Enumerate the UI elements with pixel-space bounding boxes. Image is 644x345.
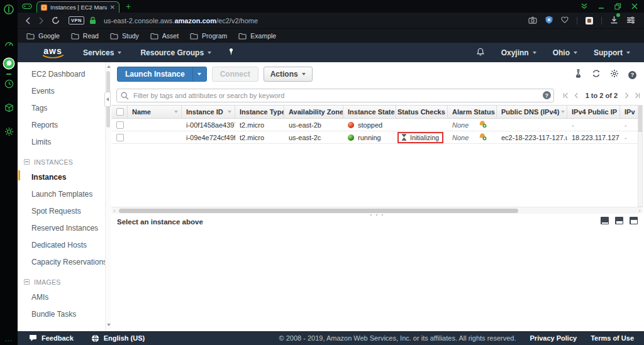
back-icon[interactable] <box>25 17 31 25</box>
layout-split-icon[interactable] <box>615 217 623 224</box>
next-page-icon[interactable] <box>625 90 629 101</box>
sidebar-item-spot-requests[interactable]: Spot Requests <box>31 204 111 219</box>
layout-compact-icon[interactable] <box>601 217 609 224</box>
connect-button[interactable]: Connect <box>212 67 258 82</box>
prev-page-icon[interactable] <box>574 90 579 101</box>
clock-icon[interactable] <box>3 77 15 90</box>
sidebar-collapse-handle[interactable] <box>104 92 111 107</box>
new-tab-button[interactable]: + <box>126 2 131 11</box>
minimize-icon[interactable] <box>598 4 604 9</box>
language-selector[interactable]: English (US) <box>91 334 145 342</box>
gear-icon[interactable] <box>3 125 15 138</box>
help-icon[interactable]: ? <box>628 71 636 79</box>
sidebar-item-reports[interactable]: Reports <box>31 118 111 133</box>
filter-help-icon[interactable]: ? <box>543 91 551 99</box>
sidebar-section-images[interactable]: IMAGES <box>24 278 111 287</box>
sidebar-item-amis[interactable]: AMIs <box>31 290 111 305</box>
checkbox[interactable] <box>116 108 124 116</box>
nav-account-menu[interactable]: Oxyjinn <box>501 48 536 57</box>
terms-of-use-link[interactable]: Terms of Use <box>591 334 634 342</box>
sidebar-item-ec2-dashboard[interactable]: EC2 Dashboard <box>31 67 111 82</box>
create-alarm-bell-icon[interactable] <box>479 133 487 142</box>
privacy-policy-link[interactable]: Privacy Policy <box>530 334 577 342</box>
maximize-icon[interactable] <box>614 3 621 10</box>
sidebar-item-bundle-tasks[interactable]: Bundle Tasks <box>31 307 111 322</box>
table-row-instance-1[interactable]: i-00f1458ae439763f6 t2.micro us-east-2b … <box>111 119 638 131</box>
nav-region-menu[interactable]: Ohio <box>553 48 577 57</box>
column-header-instance-id[interactable]: Instance ID <box>182 106 235 118</box>
forward-icon[interactable] <box>38 17 44 25</box>
column-header-name[interactable]: Name <box>128 106 182 118</box>
bookmark-google[interactable]: Google <box>26 32 60 40</box>
column-header-instance-state[interactable]: Instance State <box>343 106 396 118</box>
bookmark-asset[interactable]: Asset <box>150 32 179 40</box>
favorites-heart-icon[interactable] <box>561 16 569 25</box>
bookmark-program[interactable]: Program <box>190 32 227 40</box>
notifications-bell-icon[interactable] <box>476 47 485 58</box>
sidebar-item-capacity-reservations[interactable]: Capacity Reservations <box>31 255 111 270</box>
lock-icon[interactable] <box>89 16 96 25</box>
select-all-checkbox[interactable] <box>111 106 128 118</box>
sidebar-item-dedicated-hosts[interactable]: Dedicated Hosts <box>31 238 111 253</box>
bookmark-read[interactable]: Read <box>71 32 99 40</box>
create-alarm-bell-icon[interactable] <box>479 120 487 129</box>
menu-chevrons-icon[interactable] <box>580 3 588 9</box>
scroll-up-icon[interactable] <box>107 65 111 68</box>
sidebar-section-instances[interactable]: INSTANCES <box>24 158 111 167</box>
lab-flask-icon[interactable] <box>574 69 582 80</box>
column-header-instance-type[interactable]: Instance Type <box>235 106 284 118</box>
whatsapp-icon[interactable] <box>3 57 15 70</box>
layout-expanded-icon[interactable] <box>630 217 638 224</box>
power-logo-icon[interactable] <box>3 3 15 16</box>
refresh-icon[interactable] <box>592 69 601 80</box>
nav-resource-groups[interactable]: Resource Groups <box>140 48 211 57</box>
row-checkbox[interactable] <box>116 134 124 141</box>
bookmark-study[interactable]: Study <box>110 32 139 40</box>
scrollbar-thumb[interactable] <box>638 106 642 132</box>
vpn-badge[interactable]: VPN <box>69 16 84 25</box>
gamepad-icon[interactable] <box>18 3 36 10</box>
dock-more-button[interactable]: ... <box>0 336 18 342</box>
column-header-availability-zone[interactable]: Availability Zone <box>284 106 343 118</box>
pin-icon[interactable] <box>228 48 235 58</box>
sidebar-item-events[interactable]: Events <box>31 84 111 99</box>
address-url[interactable]: us-east-2.console.aws.amazon.com/ec2/v2/… <box>104 17 258 25</box>
speedometer-icon[interactable] <box>3 38 15 50</box>
column-header-ipv4-public-ip[interactable]: IPv4 Public IP <box>567 106 620 118</box>
cube-box-icon[interactable] <box>3 101 15 114</box>
first-page-icon[interactable] <box>563 90 569 101</box>
table-row-instance-2[interactable]: i-09e4e724cf49f9eb5 t2.micro us-east-2c … <box>111 131 638 144</box>
browser-tab-ec2[interactable]: Instances | EC2 Manageme ✕ <box>36 1 119 13</box>
bookmark-example[interactable]: Example <box>238 32 276 40</box>
nav-support-menu[interactable]: Support <box>594 48 630 57</box>
filter-search-input[interactable] <box>116 89 554 102</box>
pane-resize-handle[interactable]: • • • <box>111 213 644 217</box>
settings-tuner-icon[interactable] <box>626 15 635 26</box>
row-checkbox[interactable] <box>116 121 124 129</box>
settings-gear-icon[interactable] <box>610 69 619 80</box>
column-header-alarm-status[interactable]: Alarm Status <box>448 106 497 118</box>
column-header-ipv6[interactable]: IPv <box>620 106 638 118</box>
column-header-status-checks[interactable]: Status Checks <box>396 106 448 118</box>
launch-instance-button[interactable]: Launch Instance <box>117 67 207 82</box>
scrollbar-thumb[interactable] <box>119 209 518 213</box>
reload-icon[interactable] <box>52 16 60 25</box>
sidebar-item-instances[interactable]: Instances <box>31 170 111 185</box>
nav-services[interactable]: Services <box>83 48 121 57</box>
sidebar-item-reserved-instances[interactable]: Reserved Instances <box>31 221 111 236</box>
shield-blocker-icon[interactable] <box>545 15 553 26</box>
aws-logo[interactable]: aws <box>42 46 64 59</box>
screenshot-camera-icon[interactable] <box>528 15 537 26</box>
last-page-icon[interactable] <box>635 90 640 101</box>
scroll-down-icon[interactable] <box>107 324 111 326</box>
tab-close-icon[interactable]: ✕ <box>110 4 115 11</box>
downloads-icon[interactable] <box>610 15 618 26</box>
sidebar-item-tags[interactable]: Tags <box>31 101 111 116</box>
column-header-public-dns[interactable]: Public DNS (IPv4) <box>497 106 567 118</box>
launch-instance-dropdown[interactable] <box>192 67 206 81</box>
feedback-button[interactable]: Feedback <box>29 334 74 342</box>
extension-icon[interactable] <box>586 17 593 25</box>
table-vertical-scrollbar[interactable] <box>638 105 643 207</box>
close-icon[interactable] <box>631 3 638 9</box>
sidebar-item-launch-templates[interactable]: Launch Templates <box>31 187 111 202</box>
